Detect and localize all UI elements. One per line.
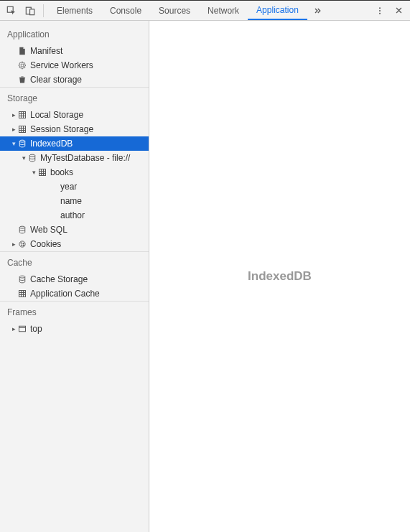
tree-row-label: books [50, 165, 73, 179]
tree-row[interactable]: ▸Session Storage [0, 122, 149, 136]
db-icon [17, 274, 27, 284]
tab-label: Elements [57, 6, 93, 16]
tree-row[interactable]: ▾IndexedDB [0, 136, 149, 151]
tab-label: Application [256, 5, 299, 15]
svg-rect-10 [39, 169, 46, 176]
tab-sources[interactable]: Sources [150, 1, 199, 20]
tree-row-label: IndexedDB [30, 136, 73, 151]
tree-row[interactable]: ▸Cache Storage [0, 272, 149, 286]
inspect-icon[interactable] [3, 2, 20, 19]
tab-application[interactable]: Application [248, 1, 307, 20]
chevron-right-icon[interactable]: ▸ [10, 122, 17, 136]
svg-rect-2 [30, 9, 34, 14]
grid-icon [17, 124, 27, 134]
tree-row-label: author [60, 208, 85, 223]
toolbar-separator [43, 4, 44, 17]
db-icon [17, 139, 27, 149]
sidebar-section: Frames▸top [0, 301, 149, 336]
tree-row[interactable]: ▾books [0, 165, 149, 179]
db-icon [27, 153, 37, 163]
tree-row-label: MyTestDatabase - file:// [40, 151, 130, 165]
tree-row-label: Clear storage [30, 73, 82, 87]
section-title: Storage [0, 87, 149, 108]
chevron-right-icon[interactable]: ▸ [10, 237, 17, 251]
tab-console[interactable]: Console [101, 1, 150, 20]
tab-label: Console [110, 6, 141, 16]
svg-point-14 [23, 243, 24, 244]
section-title: Frames [0, 301, 149, 322]
chevron-right-icon[interactable]: ▸ [10, 322, 17, 336]
section-title: Cache [0, 251, 149, 272]
tree-row[interactable]: ▸year [0, 179, 149, 194]
svg-rect-7 [19, 126, 26, 133]
tree-row-label: Session Storage [30, 122, 93, 136]
svg-point-12 [19, 241, 25, 247]
svg-point-3 [379, 7, 381, 9]
svg-point-5 [379, 12, 381, 14]
tab-label: Sources [159, 6, 190, 16]
svg-point-9 [29, 154, 35, 157]
chevron-down-icon[interactable]: ▾ [30, 165, 37, 179]
sidebar-section: Storage▸Local Storage▸Session Storage▾In… [0, 87, 149, 251]
tree-row[interactable]: ▾MyTestDatabase - file:// [0, 151, 149, 165]
chevron-down-icon[interactable]: ▾ [20, 151, 27, 165]
grid-icon [17, 289, 27, 299]
tree-row[interactable]: ▸Service Workers [0, 58, 149, 73]
tree-row[interactable]: ▸author [0, 208, 149, 223]
svg-rect-6 [19, 112, 26, 118]
chevron-down-icon[interactable]: ▾ [10, 136, 17, 151]
tree-row-label: Application Cache [30, 286, 100, 301]
kebab-menu-icon[interactable] [371, 2, 388, 19]
svg-point-8 [19, 140, 25, 142]
gear-icon [17, 60, 27, 70]
trash-icon [17, 75, 27, 85]
tree-row[interactable]: ▸name [0, 194, 149, 208]
tree-row-label: Service Workers [30, 58, 93, 73]
sidebar-section: Cache▸Cache Storage▸Application Cache [0, 251, 149, 301]
tree-row-label: Web SQL [30, 223, 67, 237]
tree-row-label: Cache Storage [30, 272, 88, 286]
db-icon [17, 225, 27, 235]
svg-point-17 [19, 276, 25, 278]
tab-label: Network [208, 6, 239, 16]
devtools-toolbar: Elements Console Sources Network Applica… [0, 1, 410, 21]
cookie-icon [17, 239, 27, 249]
svg-point-15 [22, 245, 22, 246]
frame-icon [17, 324, 27, 334]
tree-row-label: Local Storage [30, 108, 83, 122]
tree-row[interactable]: ▸Manifest [0, 44, 149, 58]
tree-row[interactable]: ▸top [0, 322, 149, 336]
content-heading: IndexedDB [248, 269, 312, 284]
sidebar-section: Application▸Manifest▸Service Workers▸Cle… [0, 24, 149, 87]
grid-icon [17, 110, 27, 120]
tab-elements[interactable]: Elements [48, 1, 101, 20]
tree-row-label: top [30, 322, 42, 336]
grid-icon [37, 167, 47, 177]
device-toggle-icon[interactable] [22, 2, 39, 19]
svg-rect-19 [19, 326, 26, 332]
tree-row-label: year [60, 179, 77, 194]
tree-row-label: Manifest [30, 44, 62, 58]
tab-network[interactable]: Network [199, 1, 248, 20]
content-pane: IndexedDB [149, 21, 410, 532]
tree-row[interactable]: ▸Web SQL [0, 223, 149, 237]
devtools-tabs: Elements Console Sources Network Applica… [48, 1, 307, 20]
svg-rect-18 [19, 291, 26, 297]
tree-row-label: name [60, 194, 82, 208]
tree-row[interactable]: ▸Local Storage [0, 108, 149, 122]
tree-row[interactable]: ▸Clear storage [0, 73, 149, 87]
svg-point-11 [19, 226, 25, 228]
close-icon[interactable] [390, 2, 407, 19]
section-title: Application [0, 24, 149, 44]
tree-row[interactable]: ▸Application Cache [0, 286, 149, 301]
tree-row-label: Cookies [30, 237, 61, 251]
doc-icon [17, 46, 27, 56]
application-sidebar: Application▸Manifest▸Service Workers▸Cle… [0, 21, 149, 532]
tree-row[interactable]: ▸Cookies [0, 237, 149, 251]
more-tabs-icon[interactable] [309, 2, 326, 19]
chevron-right-icon[interactable]: ▸ [10, 108, 17, 122]
svg-point-13 [21, 243, 22, 243]
main-area: Application▸Manifest▸Service Workers▸Cle… [0, 21, 410, 532]
svg-point-4 [379, 10, 381, 11]
svg-point-16 [23, 245, 24, 246]
